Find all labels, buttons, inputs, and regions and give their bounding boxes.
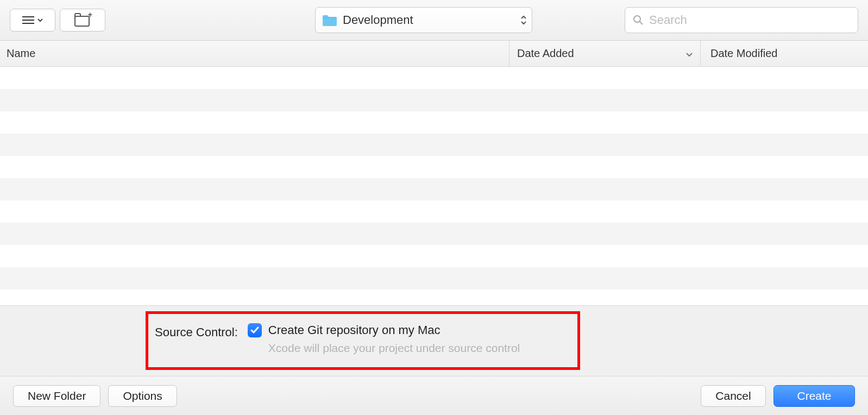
list-row	[0, 178, 868, 200]
list-row	[0, 134, 868, 156]
list-row	[0, 67, 868, 89]
stepper-icon	[521, 8, 526, 33]
list-row	[0, 267, 868, 290]
list-row	[0, 156, 868, 178]
column-date-modified[interactable]: Date Modified	[701, 41, 868, 66]
column-name[interactable]: Name	[0, 41, 510, 66]
list-row	[0, 290, 868, 305]
list-row	[0, 223, 868, 245]
column-header: Name Date Added Date Modified	[0, 41, 868, 67]
source-control-panel: Source Control: Create Git repository on…	[0, 305, 868, 376]
check-icon	[250, 326, 259, 335]
new-folder-icon: +	[74, 14, 91, 27]
folder-icon	[322, 14, 337, 26]
column-date-added[interactable]: Date Added	[510, 41, 701, 66]
new-folder-button[interactable]: New Folder	[13, 385, 100, 407]
column-date-added-label: Date Added	[517, 47, 574, 60]
search-field[interactable]	[625, 7, 858, 33]
chevron-down-icon	[37, 17, 43, 23]
chevron-down-icon	[686, 47, 693, 60]
svg-point-0	[634, 16, 640, 22]
list-view-icon	[22, 16, 43, 24]
search-icon	[633, 15, 644, 26]
options-button[interactable]: Options	[108, 385, 177, 407]
list-row	[0, 111, 868, 134]
view-mode-button[interactable]	[10, 9, 55, 32]
location-popup[interactable]: Development	[315, 7, 532, 33]
location-name: Development	[343, 13, 413, 27]
column-date-modified-label: Date Modified	[710, 47, 777, 60]
cancel-button[interactable]: Cancel	[701, 385, 766, 407]
bottom-bar: New Folder Options Cancel Create	[0, 376, 868, 415]
toolbar-new-folder-button[interactable]: +	[60, 9, 105, 32]
toolbar: + Development	[0, 0, 868, 41]
source-control-label: Source Control:	[155, 323, 238, 339]
list-row	[0, 245, 868, 267]
source-control-hint: Xcode will place your project under sour…	[268, 342, 520, 355]
git-repo-checkbox-label: Create Git repository on my Mac	[268, 323, 441, 337]
column-name-label: Name	[7, 47, 35, 60]
git-repo-checkbox[interactable]	[248, 323, 262, 337]
svg-line-1	[640, 22, 643, 24]
list-row	[0, 200, 868, 223]
search-input[interactable]	[649, 13, 850, 27]
file-list	[0, 67, 868, 305]
create-button[interactable]: Create	[773, 385, 855, 407]
list-row	[0, 89, 868, 111]
